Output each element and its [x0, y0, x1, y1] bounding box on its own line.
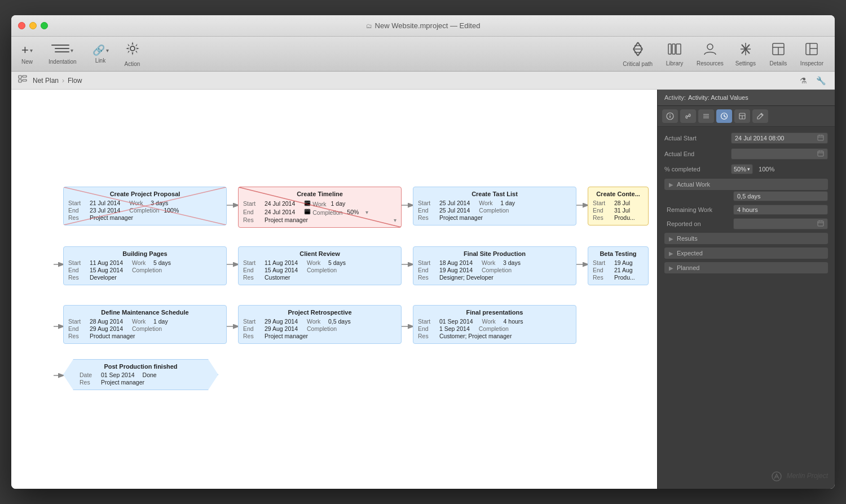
inspector-link-btn[interactable]	[680, 109, 696, 123]
task-node-t7[interactable]: Final Site Production Start 18 Aug 2014 …	[413, 246, 576, 285]
link-button[interactable]: 🔗 ▾ Link	[89, 42, 112, 66]
remaining-work-value[interactable]: 4 hours	[733, 205, 828, 215]
actual-end-calendar-icon[interactable]	[817, 150, 824, 158]
svg-point-53	[669, 114, 671, 115]
pct-dropdown[interactable]: 50% ▾	[731, 164, 753, 174]
action-button[interactable]: Action	[121, 38, 144, 69]
indent-icon	[51, 43, 69, 58]
traffic-lights	[18, 22, 48, 29]
settings-button[interactable]: Settings	[730, 39, 761, 69]
actual-start-field: Actual Start 24 Jul 2014 08:00	[664, 132, 828, 144]
canvas[interactable]: Create Project Proposal Start 21 Jul 201…	[11, 90, 657, 489]
pct-completed-field: % completed 50% ▾ 100%	[664, 164, 828, 174]
milestone-node[interactable]: Post Production finished Date 01 Sep 201…	[63, 359, 218, 390]
actual-end-value[interactable]	[731, 148, 828, 160]
library-label: Library	[666, 60, 684, 67]
calendar-small-icon2	[304, 208, 311, 215]
actual-work-value[interactable]: 0,5 days	[733, 191, 828, 201]
library-icon	[667, 42, 682, 59]
task-node-t3[interactable]: Create Tast List Start 25 Jul 2014 Work …	[413, 187, 576, 226]
inspector-panel: Activity: Activity: Actual Values	[657, 90, 835, 489]
resources-button[interactable]: Resources	[692, 39, 728, 69]
inspector-toolbar	[658, 106, 835, 127]
task-title-t6: Client Review	[243, 250, 396, 257]
pct-chevron-icon: ▾	[747, 166, 750, 172]
navbar-right: ⚗ 🔧	[797, 75, 828, 86]
inspector-button[interactable]: Inspector	[796, 39, 828, 69]
file-icon: 🗂	[366, 23, 372, 29]
actual-start-value[interactable]: 24 Jul 2014 08:00	[731, 132, 828, 144]
task-row-t4-3: Res Produ...	[593, 214, 644, 221]
svg-rect-0	[51, 45, 69, 46]
navbar: Net Plan › Flow ⚗ 🔧	[11, 72, 835, 90]
indentation-button[interactable]: ▾ Indentation	[45, 41, 80, 67]
actual-start-label: Actual Start	[664, 135, 726, 142]
task-title-t7: Final Site Production	[418, 250, 571, 257]
inspector-clock-btn[interactable]	[716, 109, 732, 123]
inspector-content: Actual Start 24 Jul 2014 08:00 Actual En…	[658, 127, 835, 464]
critical-path-button[interactable]: Critical path	[618, 39, 657, 69]
main-area: Create Project Proposal Start 21 Jul 201…	[11, 90, 835, 489]
planned-header[interactable]: ▶ Planned	[664, 262, 828, 273]
task-row-t5-2: End 15 Aug 2014 Completion	[68, 267, 222, 273]
toolbar-right: Critical path Library	[618, 39, 828, 69]
maximize-button[interactable]	[41, 22, 48, 29]
minimize-button[interactable]	[29, 22, 37, 29]
expected-header[interactable]: ▶ Expected	[664, 247, 828, 259]
task-title-t5: Building Pages	[68, 250, 222, 257]
results-header[interactable]: ▶ Results	[664, 233, 828, 244]
results-label: Results	[677, 235, 698, 242]
task-node-t4[interactable]: Create Conte... Start 28 Jul End 31 Jul …	[588, 187, 649, 226]
task-node-t10[interactable]: Project Retrospective Start 29 Aug 2014 …	[238, 305, 402, 344]
svg-rect-12	[672, 44, 675, 54]
svg-rect-25	[19, 76, 21, 78]
task-node-t11[interactable]: Final presentations Start 01 Sep 2014 Wo…	[413, 305, 576, 344]
resources-icon	[703, 42, 717, 59]
svg-rect-27	[19, 79, 21, 82]
filter-icon[interactable]: ⚗	[797, 75, 809, 86]
task-row-t1-1: Start 21 Jul 2014 Work 3 days	[68, 200, 222, 206]
task-row-t6-2: End 15 Aug 2014 Completion	[243, 267, 396, 273]
breadcrumb-flow[interactable]: Flow	[68, 77, 82, 85]
new-button[interactable]: + ▾ New	[18, 41, 36, 67]
titlebar: 🗂 New Website.mproject — Edited	[11, 15, 835, 37]
breadcrumb-netplan[interactable]: Net Plan	[33, 77, 59, 85]
close-button[interactable]	[18, 22, 25, 29]
res-dropdown-chevron[interactable]: ▾	[394, 217, 396, 223]
actual-work-header[interactable]: ▶ Actual Work	[664, 179, 828, 190]
inspector-bars-btn[interactable]	[734, 109, 750, 123]
results-section: ▶ Results	[664, 233, 828, 244]
task-node-t5[interactable]: Building Pages Start 11 Aug 2014 Work 5 …	[63, 246, 227, 285]
indentation-label: Indentation	[49, 59, 77, 65]
task-node-t1[interactable]: Create Project Proposal Start 21 Jul 201…	[63, 187, 227, 226]
dropdown-chevron[interactable]: ▾	[365, 209, 368, 215]
inspector-info-btn[interactable]	[662, 109, 678, 123]
inspector-list-btn[interactable]	[698, 109, 714, 123]
plus-icon: +	[21, 43, 29, 58]
task-node-t9[interactable]: Define Maintenance Schedule Start 28 Aug…	[63, 305, 227, 344]
task-node-t8[interactable]: Beta Testing Start 19 Aug End 21 Aug Res…	[588, 246, 649, 285]
task-node-t6[interactable]: Client Review Start 11 Aug 2014 Work 5 d…	[238, 246, 402, 285]
inspector-pencil-btn[interactable]	[752, 109, 768, 123]
actual-start-calendar-icon[interactable]	[817, 134, 824, 142]
wrench-icon[interactable]: 🔧	[814, 75, 828, 86]
indent-dropdown-icon: ▾	[70, 47, 73, 54]
task-row-t8-3: Res Produ...	[593, 274, 644, 281]
nav-grid-icon	[18, 75, 27, 86]
expected-expand-icon: ▶	[669, 250, 673, 257]
actual-work-text: 0,5 days	[737, 193, 761, 200]
library-button[interactable]: Library	[659, 39, 690, 69]
reported-on-calendar-icon[interactable]	[817, 220, 824, 228]
details-icon	[771, 42, 786, 59]
reported-on-value[interactable]	[733, 218, 828, 229]
task-row-t6-3: Res Customer	[243, 274, 396, 281]
task-row-t1-3: Res Project manager	[68, 214, 222, 221]
svg-rect-11	[668, 44, 671, 54]
task-title-t10: Project Retrospective	[243, 309, 396, 316]
task-node-t2[interactable]: Create Timeline Start 24 Jul 2014 Work 1…	[238, 187, 402, 228]
details-button[interactable]: Details	[763, 39, 794, 69]
flow-container: Create Project Proposal Start 21 Jul 201…	[23, 101, 646, 383]
link-label: Link	[95, 58, 105, 64]
svg-rect-68	[818, 151, 823, 156]
svg-point-3	[130, 46, 135, 51]
